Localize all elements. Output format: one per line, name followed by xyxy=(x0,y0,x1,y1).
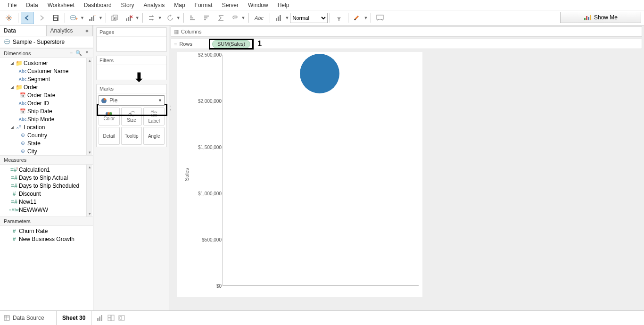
pill-sum-sales[interactable]: SUM(Sales) xyxy=(212,40,250,48)
tab-data[interactable]: Data xyxy=(0,25,47,36)
svg-rect-25 xyxy=(204,16,209,17)
abc-labels-button[interactable]: Abc xyxy=(251,12,267,24)
svg-rect-6 xyxy=(54,18,57,20)
menu-window[interactable]: Window xyxy=(243,1,273,9)
menu-format[interactable]: Format xyxy=(190,1,217,9)
save-button[interactable] xyxy=(49,12,62,24)
sort-asc-button[interactable] xyxy=(186,12,199,24)
label-icon: Abc123 xyxy=(151,110,157,117)
menu-help[interactable]: Help xyxy=(273,1,294,9)
new-worksheet-button[interactable]: + xyxy=(86,12,99,24)
dim-ship-date[interactable]: 📅Ship Date xyxy=(0,107,93,115)
duplicate-sheet-button[interactable] xyxy=(108,12,122,24)
svg-point-41 xyxy=(129,113,132,116)
svg-rect-38 xyxy=(590,15,591,20)
connection-row[interactable]: Sample - Superstore xyxy=(0,36,93,48)
marks-angle-button[interactable]: Angle xyxy=(143,127,165,145)
menu-map[interactable]: Map xyxy=(169,1,190,9)
pin-button[interactable] xyxy=(332,12,346,24)
dropdown-icon[interactable]: ▼ xyxy=(99,16,103,20)
pages-card[interactable]: Pages xyxy=(96,27,167,52)
new-dashboard-tab-button[interactable] xyxy=(107,315,115,321)
meas-new11[interactable]: =#New11 xyxy=(0,198,93,206)
folder-order[interactable]: ◢📁Order xyxy=(0,83,93,91)
dim-customer-name[interactable]: AbcCustomer Name xyxy=(0,67,93,75)
viz-canvas[interactable]: Sales $0 $500,000 $1,000,000 $1,500,000 … xyxy=(171,52,642,308)
highlight-button[interactable] xyxy=(351,12,364,24)
datasource-label: Data Source xyxy=(13,315,44,321)
svg-rect-14 xyxy=(113,15,117,20)
mark-type-label: Pie xyxy=(109,97,117,104)
menu-data[interactable]: Data xyxy=(21,1,42,9)
sort-desc-button[interactable] xyxy=(200,12,214,24)
meas-d2sa[interactable]: =#Days to Ship Actual xyxy=(0,174,93,182)
menu-file[interactable]: File xyxy=(3,1,21,9)
new-story-tab-button[interactable] xyxy=(118,315,125,321)
fit-icon[interactable] xyxy=(272,12,286,24)
columns-shelf[interactable]: ▦Columns xyxy=(171,26,642,37)
datasource-tab[interactable]: Data Source xyxy=(0,311,57,325)
dim-segment[interactable]: AbcSegment xyxy=(0,75,93,83)
marks-color-button[interactable]: Color xyxy=(99,108,120,125)
dropdown-icon[interactable]: ▼ xyxy=(241,16,246,20)
dropdown-icon[interactable]: ▼ xyxy=(85,50,89,56)
annotation-number-1: 1 xyxy=(257,40,262,48)
show-me-button[interactable]: Show Me xyxy=(560,12,641,23)
marks-label-button[interactable]: Abc123Label xyxy=(143,108,165,125)
presentation-button[interactable] xyxy=(373,12,387,24)
totals-button[interactable] xyxy=(215,12,228,24)
menu-server[interactable]: Server xyxy=(217,1,243,9)
dim-order-date[interactable]: 📅Order Date xyxy=(0,91,93,99)
attach-button[interactable] xyxy=(229,12,242,24)
rows-shelf[interactable]: ≡Rows SUM(Sales) 1 xyxy=(171,39,642,49)
ytick-1: $500,000 xyxy=(202,237,222,242)
filters-card[interactable]: Filters xyxy=(96,56,167,80)
new-datasource-button[interactable]: + xyxy=(67,12,81,24)
marks-size-button[interactable]: Size xyxy=(121,108,142,125)
param-churn[interactable]: #Churn Rate xyxy=(0,227,93,235)
menu-worksheet[interactable]: Worksheet xyxy=(43,1,79,9)
menu-story[interactable]: Story xyxy=(116,1,139,9)
mark-type-select[interactable]: Pie ▼ xyxy=(99,95,165,106)
meas-newwww[interactable]: =AbcNEWWWW xyxy=(0,206,93,214)
fit-select[interactable]: Normal xyxy=(290,13,328,23)
svg-rect-35 xyxy=(584,18,586,20)
clear-sheet-button[interactable] xyxy=(123,12,136,24)
folder-customer[interactable]: ◢📁Customer xyxy=(0,59,93,67)
sheet-tab-active[interactable]: Sheet 30 xyxy=(57,311,91,325)
svg-rect-27 xyxy=(204,19,206,20)
dropdown-icon[interactable]: ▼ xyxy=(285,16,289,20)
meas-d2ss[interactable]: =#Days to Ship Scheduled xyxy=(0,182,93,190)
dim-order-id[interactable]: AbcOrder ID xyxy=(0,99,93,107)
back-button[interactable] xyxy=(21,12,34,24)
tab-analytics[interactable]: Analytics◆ xyxy=(47,25,93,36)
tableau-logo-icon[interactable] xyxy=(2,12,16,24)
dropdown-icon[interactable]: ▼ xyxy=(176,16,181,20)
search-icon[interactable]: 🔍 xyxy=(75,50,82,56)
dropdown-icon[interactable]: ▼ xyxy=(80,16,84,20)
forward-button[interactable] xyxy=(35,12,48,24)
menu-dashboard[interactable]: Dashboard xyxy=(79,1,116,9)
folder-location[interactable]: ◢ₒ⁰Location xyxy=(0,123,93,131)
menu-analysis[interactable]: Analysis xyxy=(139,1,170,9)
refresh-button[interactable] xyxy=(164,12,177,24)
param-nbg[interactable]: #New Business Growth xyxy=(0,235,93,243)
marks-detail-button[interactable]: Detail xyxy=(99,127,120,145)
swap-button[interactable] xyxy=(145,12,158,24)
svg-rect-26 xyxy=(204,17,207,18)
new-worksheet-tab-button[interactable] xyxy=(96,315,104,321)
dropdown-icon[interactable]: ▼ xyxy=(135,16,140,20)
dropdown-icon[interactable]: ▼ xyxy=(363,16,368,20)
dim-city[interactable]: ⊕City xyxy=(0,147,93,155)
svg-rect-53 xyxy=(120,317,122,319)
dim-country[interactable]: ⊕Country xyxy=(0,131,93,139)
marks-tooltip-button[interactable]: Tooltip xyxy=(121,127,142,145)
dropdown-icon[interactable]: ▼ xyxy=(158,16,162,20)
list-view-icon[interactable]: ≡ xyxy=(70,50,73,56)
dim-state[interactable]: ⊕State xyxy=(0,139,93,147)
meas-calc1[interactable]: =#!Calculation1 xyxy=(0,166,93,174)
dim-ship-mode[interactable]: AbcShip Mode xyxy=(0,115,93,123)
meas-discount[interactable]: #Discount xyxy=(0,190,93,198)
ytick-0: $0 xyxy=(216,283,222,289)
pie-mark[interactable] xyxy=(300,54,339,93)
